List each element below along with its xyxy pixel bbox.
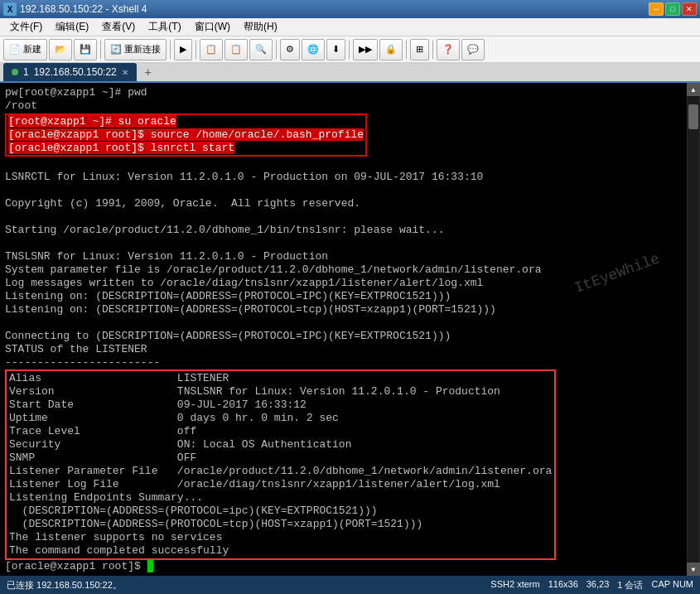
term-start-date: Start Date 09-JUL-2017 16:33:12 xyxy=(9,398,552,412)
window-controls: ─ □ ✕ xyxy=(649,2,697,16)
toolbar-separator-2 xyxy=(170,41,171,59)
term-completed: The command completed successfully xyxy=(9,544,552,558)
maximize-button[interactable]: □ xyxy=(665,2,680,16)
term-line-1: pw[root@xzapp1 ~]# pwd xyxy=(5,86,682,99)
term-line-2: /root xyxy=(5,99,682,113)
new-label: 新建 xyxy=(23,43,41,56)
open-icon: 📂 xyxy=(55,44,66,55)
menu-window[interactable]: 窗口(W) xyxy=(188,18,237,36)
toolbar-btn-14[interactable]: 💬 xyxy=(461,39,485,60)
term-line-4: [oracle@xzapp1 root]$ source /home/oracl… xyxy=(8,128,364,142)
new-button[interactable]: 📄 新建 xyxy=(3,39,47,60)
save-button[interactable]: 💾 xyxy=(74,39,97,60)
tab-add-button[interactable]: + xyxy=(140,65,157,81)
toolbar-separator-7 xyxy=(432,41,433,59)
term-endpoints: Listening Endpoints Summary... xyxy=(9,491,552,505)
toolbar-btn-4[interactable]: 📋 xyxy=(200,39,223,60)
term-line-12: Listening on: (DESCRIPTION=(ADDRESS=(PRO… xyxy=(5,290,682,303)
tab-close-button[interactable]: ✕ xyxy=(122,68,128,77)
term-no-services: The listener supports no services xyxy=(9,531,552,544)
term-line-10: System parameter file is /oracle/product… xyxy=(5,263,682,277)
term-trace: Trace Level off xyxy=(9,425,552,438)
open-button[interactable]: 📂 xyxy=(49,39,72,60)
term-uptime: Uptime 0 days 0 hr. 0 min. 2 sec xyxy=(9,412,552,425)
minimize-button[interactable]: ─ xyxy=(649,2,664,16)
window-title: 192.168.50.150:22 - Xshell 4 xyxy=(20,3,649,15)
term-line-blank-1 xyxy=(5,157,682,171)
caps-info: CAP NUM xyxy=(651,579,693,592)
tab-number: 1 xyxy=(23,66,29,78)
terminal-container: ItEyeWhile pw[root@xzapp1 ~]# pwd /root … xyxy=(0,83,700,576)
term-security: Security ON: Local OS Authentication xyxy=(9,438,552,452)
term-line-16: ------------------------ xyxy=(5,356,682,369)
toolbar-btn-7[interactable]: ⚙ xyxy=(280,39,300,60)
term-param-file: Listener Parameter File /oracle/product/… xyxy=(9,465,552,478)
toolbar-btn-6[interactable]: 🔍 xyxy=(249,39,273,60)
app-icon: X xyxy=(3,2,17,16)
menu-bar: 文件(F) 编辑(E) 查看(V) 工具(T) 窗口(W) 帮助(H) xyxy=(0,18,700,36)
term-line-13: Listening on: (DESCRIPTION=(ADDRESS=(PRO… xyxy=(5,303,682,316)
reconnect-label: 重新连接 xyxy=(124,43,161,56)
term-snmp: SNMP OFF xyxy=(9,452,552,465)
vertical-scrollbar[interactable]: ▲ ▼ xyxy=(687,83,700,576)
toolbar-separator-3 xyxy=(196,41,196,59)
terminal-tab-1[interactable]: 1 192.168.50.150:22 ✕ xyxy=(3,63,137,81)
close-button[interactable]: ✕ xyxy=(682,2,697,16)
status-bar: 已连接 192.168.50.150:22。 SSH2 xterm 116x36… xyxy=(0,576,700,594)
term-line-7: Copyright (c) 1991, 2009, Oracle. All ri… xyxy=(5,197,682,210)
toolbar-btn-3[interactable]: ▶ xyxy=(174,39,192,60)
scroll-thumb[interactable] xyxy=(688,104,698,129)
listener-status-block: Alias LISTENER Version TNSLSNR for Linux… xyxy=(5,369,556,560)
toolbar-btn-5[interactable]: 📋 xyxy=(224,39,248,60)
toolbar: 📄 新建 📂 💾 🔄 重新连接 ▶ 📋 📋 🔍 ⚙ 🌐 ⬇ ▶▶ 🔒 xyxy=(0,36,700,63)
toolbar-separator-4 xyxy=(276,41,277,59)
terminal[interactable]: ItEyeWhile pw[root@xzapp1 ~]# pwd /root … xyxy=(0,83,687,576)
status-right: SSH2 xterm 116x36 36,23 1 会话 CAP NUM xyxy=(490,579,693,592)
toolbar-btn-9[interactable]: ⬇ xyxy=(326,39,345,60)
toolbar-separator-6 xyxy=(406,41,407,59)
menu-view[interactable]: 查看(V) xyxy=(95,18,142,36)
toolbar-separator-5 xyxy=(349,41,350,59)
term-endpoint-1: (DESCRIPTION=(ADDRESS=(PROTOCOL=ipc)(KEY… xyxy=(9,505,552,518)
reconnect-icon: 🔄 xyxy=(110,44,122,55)
menu-help[interactable]: 帮助(H) xyxy=(237,18,284,36)
term-line-3: [root@xzapp1 ~]# su oracle xyxy=(8,115,364,128)
scroll-track[interactable] xyxy=(688,96,699,563)
menu-tools[interactable]: 工具(T) xyxy=(142,18,187,36)
toolbar-btn-8[interactable]: 🌐 xyxy=(302,39,325,60)
term-log-file: Listener Log File /oracle/diag/tnslsnr/x… xyxy=(9,478,552,491)
term-line-blank-4 xyxy=(5,237,682,250)
new-icon: 📄 xyxy=(9,44,21,55)
toolbar-btn-11[interactable]: 🔒 xyxy=(379,39,403,60)
toolbar-btn-13[interactable]: ❓ xyxy=(437,39,460,60)
scroll-up-arrow[interactable]: ▲ xyxy=(687,83,700,96)
toolbar-separator-1 xyxy=(100,41,101,59)
term-endpoint-2: (DESCRIPTION=(ADDRESS=(PROTOCOL=tcp)(HOS… xyxy=(9,518,552,531)
tab-bar: 1 192.168.50.150:22 ✕ + xyxy=(0,63,700,83)
dimensions-info: 116x36 xyxy=(548,579,578,592)
toolbar-btn-12[interactable]: ⊞ xyxy=(410,39,429,60)
term-line-15: STATUS of the LISTENER xyxy=(5,343,682,356)
save-icon: 💾 xyxy=(80,44,91,55)
connection-status: 已连接 192.168.50.150:22。 xyxy=(7,579,482,592)
term-line-blank-3 xyxy=(5,210,682,224)
term-line-5: [oracle@xzapp1 root]$ lsnrctl start xyxy=(8,142,364,155)
term-line-6: LSNRCTL for Linux: Version 11.2.0.1.0 - … xyxy=(5,171,682,184)
term-line-blank-5 xyxy=(5,316,682,330)
term-line-blank-2 xyxy=(5,184,682,197)
term-line-9: TNSLSNR for Linux: Version 11.2.0.1.0 - … xyxy=(5,250,682,263)
term-line-11: Log messages written to /oracle/diag/tns… xyxy=(5,277,682,290)
scroll-down-arrow[interactable]: ▼ xyxy=(687,563,700,576)
term-line-14: Connecting to (DESCRIPTION=(ADDRESS=(PRO… xyxy=(5,330,682,343)
toolbar-btn-10[interactable]: ▶▶ xyxy=(353,39,378,60)
menu-file[interactable]: 文件(F) xyxy=(3,18,49,36)
ssh-info: SSH2 xterm xyxy=(490,579,539,592)
term-line-8: Starting /oracle/product/11.2.0/dbhome_1… xyxy=(5,224,682,237)
reconnect-button[interactable]: 🔄 重新连接 xyxy=(104,39,167,60)
term-version: Version TNSLSNR for Linux: Version 11.2.… xyxy=(9,385,552,398)
command-block: [root@xzapp1 ~]# su oracle [oracle@xzapp… xyxy=(5,113,367,157)
position-info: 36,23 xyxy=(587,579,610,592)
menu-edit[interactable]: 编辑(E) xyxy=(49,18,95,36)
title-bar: X 192.168.50.150:22 - Xshell 4 ─ □ ✕ xyxy=(0,0,700,18)
connection-status-dot xyxy=(12,69,18,75)
